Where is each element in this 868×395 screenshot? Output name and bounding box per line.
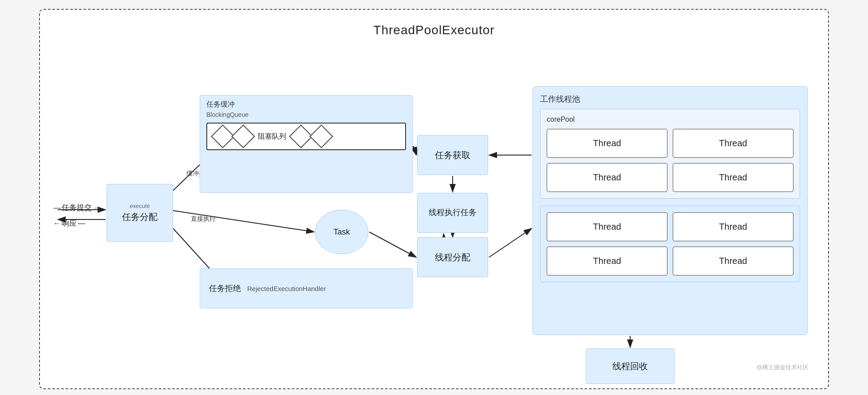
thread-label-3: Thread [593,172,621,183]
thread-label-5: Thread [593,222,621,232]
task-reject-box: 任务拒绝 RejectedExecutionHandler [200,268,413,308]
execute-label: execute [130,203,150,209]
bq-title: 任务缓冲 [206,100,406,109]
response-arrow: ← 响应 — [53,218,100,228]
svg-line-7 [369,232,416,257]
thread-label-2: Thread [719,138,747,148]
pool-title: 工作线程池 [540,94,800,104]
task-dispatch-label: 任务分配 [122,211,158,223]
task-oval-label: Task [333,227,350,237]
thread-execute-label: 线程执行任务 [429,207,477,218]
core-pool-title: corePool [547,116,793,124]
task-get-box: 任务获取 [417,135,488,175]
blocking-queue-area: 任务缓冲 BlockingQueue 阻塞队列 [200,95,413,193]
core-pool-inner: corePool Thread Thread Thread Thread [540,109,800,199]
diagram-body: 缓冲执行 直接执行 — 任务提交 → ← 响应 — execute 任务分配 任… [53,51,815,375]
thread-box-8: Thread [673,247,793,275]
thread-assign-box: 线程分配 [417,237,488,277]
thread-box-2: Thread [673,129,793,158]
thread-box-4: Thread [673,163,793,192]
thread-label-4: Thread [719,172,747,183]
thread-box-3: Thread [547,163,667,192]
thread-box-7: Thread [547,247,667,275]
extra-thread-grid: Thread Thread Thread Thread [547,212,793,275]
watermark: @稀土掘金技术社区 [757,363,809,371]
queue-label: 阻塞队列 [258,132,286,141]
diamond-2 [231,124,255,148]
thread-pool-outer: 工作线程池 corePool Thread Thread Thread Thre… [533,86,808,335]
bq-subtitle: BlockingQueue [206,111,406,118]
thread-recycle-box: 线程回收 [586,348,675,384]
thread-box-6: Thread [673,212,793,241]
svg-line-8 [489,228,532,257]
thread-assign-label: 线程分配 [435,251,470,263]
thread-label-1: Thread [593,138,621,148]
core-thread-grid: Thread Thread Thread Thread [547,129,793,192]
svg-line-12 [414,146,416,155]
task-get-label: 任务获取 [435,149,470,161]
diagram-wrapper: ThreadPoolExecutor [39,9,829,389]
thread-label-6: Thread [719,222,747,232]
thread-box-1: Thread [547,129,667,158]
diagram-title: ThreadPoolExecutor [53,23,815,37]
thread-recycle-label: 线程回收 [612,360,648,372]
thread-label-7: Thread [593,256,621,266]
diamond-4 [309,124,333,148]
task-reject-sub: RejectedExecutionHandler [247,285,326,292]
thread-label-8: Thread [719,256,747,266]
submit-arrow: — 任务提交 → [53,203,100,213]
task-reject-main: 任务拒绝 [209,283,241,294]
thread-box-5: Thread [547,212,667,241]
direct-exec-label: 直接执行 [191,215,216,223]
task-dispatch-box: execute 任务分配 [107,184,173,242]
extra-pool: Thread Thread Thread Thread [540,206,800,282]
task-oval: Task [315,210,368,254]
thread-execute-box: 线程执行任务 [417,193,488,233]
queue-box: 阻塞队列 [206,123,406,150]
